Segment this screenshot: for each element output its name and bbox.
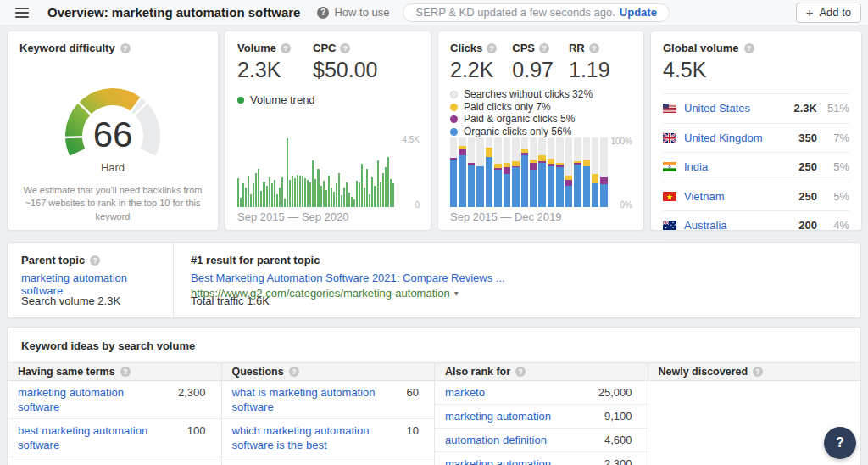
clicks-bar-segment <box>592 183 598 207</box>
hamburger-menu-icon[interactable] <box>15 8 29 18</box>
clicks-axis-min: 0% <box>620 200 632 210</box>
info-icon[interactable]: ? <box>120 43 131 53</box>
update-notice-text: SERP & KD updated a few seconds ago. <box>415 6 615 19</box>
volume-bar <box>369 194 370 207</box>
update-link[interactable]: Update <box>620 6 657 19</box>
info-icon[interactable]: ? <box>120 367 131 377</box>
parent-topic-search-volume: Search volume 2.3K <box>21 294 120 307</box>
kd-gauge: 66 Hard <box>49 80 176 175</box>
volume-bar <box>312 160 314 207</box>
info-icon[interactable]: ? <box>753 367 763 377</box>
clicks-bar <box>548 137 554 207</box>
clicks-bar-segment <box>600 184 607 207</box>
volume-bar <box>353 199 355 207</box>
volume-bar <box>294 178 296 207</box>
info-icon[interactable]: ? <box>487 43 497 53</box>
volume-bar <box>323 181 325 207</box>
keyword-link[interactable]: automation definition <box>445 433 547 447</box>
chevron-down-icon[interactable]: ▾ <box>454 289 459 298</box>
clicks-card: Clicks? 2.2K CPS? 0.97 RR? 1.19 Searches… <box>437 31 644 231</box>
volume-bar <box>359 182 360 207</box>
country-volume: 350 <box>798 132 817 144</box>
volume-bar <box>271 183 273 207</box>
rr-value: 1.19 <box>569 58 610 82</box>
volume-bar <box>281 177 283 207</box>
keyword-row: marketing automation software2,300 <box>435 452 648 465</box>
volume-bar <box>237 178 239 207</box>
keyword-link[interactable]: free marketing automation software <box>18 462 168 465</box>
info-icon[interactable]: ? <box>90 255 100 266</box>
parent-topic-keyword-link[interactable]: marketing automation software <box>21 272 159 297</box>
country-row-us: United States 2.3K 51% <box>663 93 849 123</box>
volume-bar <box>266 186 268 207</box>
cps-label: CPS <box>512 42 535 54</box>
update-status-pill: SERP & KD updated a few seconds ago. Upd… <box>403 3 669 22</box>
volume-bar <box>348 193 350 207</box>
clicks-axis-max: 100% <box>610 137 632 146</box>
country-link[interactable]: United Kingdom <box>684 132 763 144</box>
keyword-link[interactable]: marketing automation <box>445 409 551 423</box>
info-icon[interactable]: ? <box>515 367 526 377</box>
volume-bar <box>258 169 259 207</box>
clicks-bar-segment <box>565 186 572 207</box>
column-having-same-terms: Having same terms? marketing automation … <box>8 362 221 465</box>
clicks-bar-segment <box>530 170 537 207</box>
volume-label: Volume <box>237 42 276 54</box>
keyword-volume: 10 <box>407 423 424 438</box>
volume-bar <box>245 188 247 207</box>
clicks-bar <box>476 137 483 207</box>
info-icon[interactable]: ? <box>589 43 599 53</box>
info-icon[interactable]: ? <box>281 43 291 53</box>
info-icon[interactable]: ? <box>289 367 299 377</box>
clicks-bar-segment <box>504 167 510 174</box>
volume-bar <box>377 160 379 207</box>
country-volume: 200 <box>798 219 817 232</box>
country-link[interactable]: Vietnam <box>684 190 724 203</box>
clicks-bar <box>486 137 492 207</box>
australia-flag-icon <box>663 221 676 230</box>
keyword-row: automation definition4,600 <box>435 429 648 452</box>
info-icon[interactable]: ? <box>340 43 350 53</box>
country-link[interactable]: United States <box>684 102 750 115</box>
info-icon[interactable]: ? <box>744 43 754 53</box>
parent-topic-card: Parent topic ? marketing automation soft… <box>7 242 861 318</box>
volume-bar <box>387 157 389 207</box>
volume-bar <box>279 188 281 207</box>
volume-bar <box>307 180 309 207</box>
country-link[interactable]: India <box>684 160 708 173</box>
clicks-bar-segment <box>476 166 483 207</box>
global-volume-title: Global volume <box>663 42 739 54</box>
column-questions: Questions? what is marketing automation … <box>221 362 435 465</box>
keyword-link[interactable]: marketo <box>445 385 485 400</box>
clicks-bar <box>494 137 501 207</box>
parent-topic-right: #1 result for parent topic Best Marketin… <box>174 243 860 317</box>
keyword-link[interactable]: what is the best marketing automation so… <box>232 462 382 465</box>
top-result-title-link[interactable]: Best Marketing Automation Software 2021:… <box>191 272 843 284</box>
country-link[interactable]: Australia <box>684 219 727 232</box>
keyword-link[interactable]: which marketing automation software is t… <box>232 423 382 452</box>
add-to-button[interactable]: + Add to <box>796 3 861 23</box>
volume-bar <box>299 176 301 207</box>
clicks-bar-segment <box>486 157 492 207</box>
clicks-bar-segment <box>459 155 465 208</box>
how-to-use-link[interactable]: ? How to use <box>317 6 389 19</box>
clicks-bar-segment <box>565 180 572 186</box>
keyword-link[interactable]: what is marketing automation software <box>232 385 382 414</box>
help-button[interactable]: ? <box>824 427 856 459</box>
vietnam-flag-icon <box>663 192 676 201</box>
top-result-header: #1 result for parent topic <box>191 254 843 266</box>
clicks-bar-segment <box>583 160 590 165</box>
column-header: Questions <box>232 366 284 378</box>
keyword-link[interactable]: marketing automation software <box>18 385 168 414</box>
country-row-vietnam: Vietnam 250 5% <box>663 182 849 211</box>
info-icon[interactable]: ? <box>539 43 549 53</box>
metric-cards-row: Keyword difficulty ? 66 Hard We estimate… <box>7 31 862 231</box>
keyword-ideas-grid: Having same terms? marketing automation … <box>8 362 860 465</box>
volume-bar <box>255 173 257 207</box>
keyword-row: marketing automation software2,300 <box>8 381 221 419</box>
country-percent: 5% <box>817 190 849 203</box>
keyword-link[interactable]: marketing automation software <box>445 457 595 465</box>
keyword-link[interactable]: best marketing automation software <box>18 423 168 452</box>
volume-bar <box>287 138 288 207</box>
parent-topic-label: Parent topic <box>21 254 85 266</box>
